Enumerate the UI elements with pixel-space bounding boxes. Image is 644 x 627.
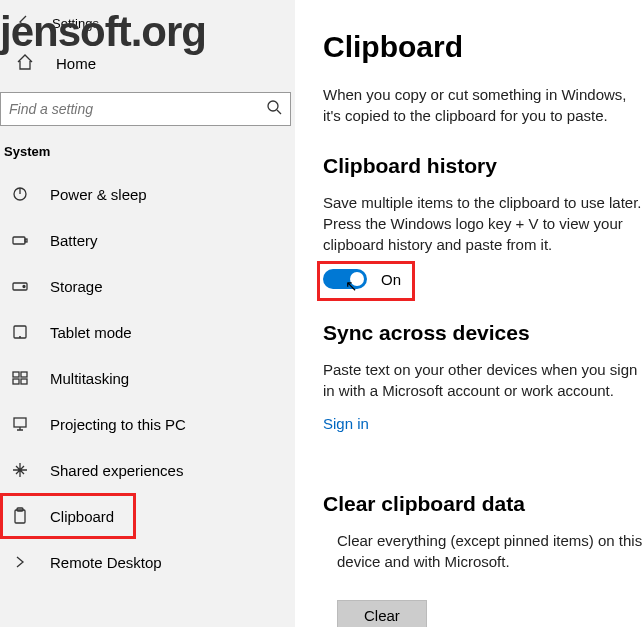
sync-heading: Sync across devices (323, 321, 644, 345)
category-header: System (0, 144, 295, 171)
svg-rect-10 (21, 379, 27, 384)
search-input[interactable] (9, 101, 266, 117)
page-description: When you copy or cut something in Window… (323, 84, 644, 126)
clear-button[interactable]: Clear (337, 600, 427, 627)
sidebar-item-shared-experiences[interactable]: Shared experiences (0, 447, 295, 493)
sidebar-item-label: Clipboard (50, 508, 114, 525)
clear-description: Clear everything (except pinned items) o… (337, 530, 644, 572)
multitasking-icon (10, 368, 30, 388)
svg-point-5 (23, 286, 25, 288)
storage-icon (10, 276, 30, 296)
sidebar-item-label: Projecting to this PC (50, 416, 186, 433)
svg-rect-3 (25, 239, 27, 242)
sync-description: Paste text on your other devices when yo… (323, 359, 644, 401)
sign-in-link[interactable]: Sign in (323, 415, 369, 432)
toggle-state-label: On (381, 271, 401, 288)
home-label: Home (56, 55, 96, 72)
sidebar-item-label: Multitasking (50, 370, 129, 387)
svg-rect-7 (13, 372, 19, 377)
history-heading: Clipboard history (323, 154, 644, 178)
sidebar-item-power-sleep[interactable]: Power & sleep (0, 171, 295, 217)
history-toggle[interactable]: ↖ (323, 269, 367, 289)
sidebar-item-clipboard[interactable]: Clipboard (0, 493, 136, 539)
power-icon (10, 184, 30, 204)
clipboard-icon (10, 506, 30, 526)
sidebar: Settings Home System Power & sleep Batte… (0, 0, 295, 627)
shared-icon (10, 460, 30, 480)
sidebar-item-battery[interactable]: Battery (0, 217, 295, 263)
svg-rect-9 (13, 379, 19, 384)
home-nav[interactable]: Home (0, 43, 295, 92)
main-content: Clipboard When you copy or cut something… (295, 0, 644, 627)
svg-rect-2 (13, 237, 25, 244)
sidebar-item-remote-desktop[interactable]: Remote Desktop (0, 539, 295, 585)
tablet-icon (10, 322, 30, 342)
settings-header: Settings (0, 8, 295, 43)
clear-heading: Clear clipboard data (323, 492, 644, 516)
back-icon[interactable] (16, 14, 34, 33)
sidebar-item-label: Tablet mode (50, 324, 132, 341)
sidebar-item-storage[interactable]: Storage (0, 263, 295, 309)
sidebar-item-tablet-mode[interactable]: Tablet mode (0, 309, 295, 355)
toggle-knob (350, 272, 364, 286)
projecting-icon (10, 414, 30, 434)
sidebar-item-label: Shared experiences (50, 462, 183, 479)
settings-label: Settings (52, 16, 99, 31)
page-title: Clipboard (323, 30, 644, 64)
history-toggle-row: ↖ On (323, 269, 644, 289)
search-box[interactable] (0, 92, 291, 126)
svg-rect-12 (15, 510, 25, 523)
svg-point-0 (268, 101, 278, 111)
sidebar-item-multitasking[interactable]: Multitasking (0, 355, 295, 401)
battery-icon (10, 230, 30, 250)
svg-rect-8 (21, 372, 27, 377)
svg-rect-6 (14, 326, 26, 338)
remote-icon (10, 552, 30, 572)
home-icon (16, 53, 34, 74)
sidebar-item-label: Power & sleep (50, 186, 147, 203)
sidebar-item-label: Battery (50, 232, 98, 249)
svg-rect-11 (14, 418, 26, 427)
history-description: Save multiple items to the clipboard to … (323, 192, 644, 255)
sidebar-item-label: Storage (50, 278, 103, 295)
sidebar-item-label: Remote Desktop (50, 554, 162, 571)
search-icon (266, 99, 282, 119)
sidebar-item-projecting[interactable]: Projecting to this PC (0, 401, 295, 447)
